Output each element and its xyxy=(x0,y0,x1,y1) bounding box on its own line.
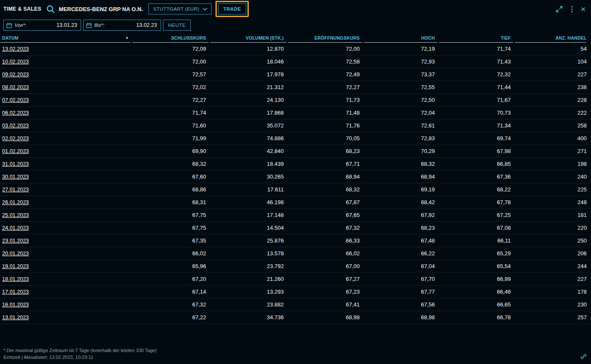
table-row: 03.02.2023 71,60 35.072 71,76 72,61 71,3… xyxy=(0,119,591,132)
date-link[interactable]: 20.01.2023 xyxy=(2,251,29,257)
cell-eroeffnungskurs: 67,27 xyxy=(288,276,364,282)
date-link[interactable]: 18.01.2023 xyxy=(2,276,29,282)
kebab-menu-icon[interactable]: ⋮ xyxy=(567,6,576,13)
cell-schlusskurs: 67,14 xyxy=(132,289,210,295)
cell-volumen: 17.978 xyxy=(210,71,288,78)
column-header-schlusskurs[interactable]: SCHLUSSKURS xyxy=(132,32,210,43)
cell-volumen: 18.439 xyxy=(210,161,288,167)
date-link[interactable]: 09.02.2023 xyxy=(2,72,29,78)
cell-volumen: 14.504 xyxy=(210,225,288,231)
column-header-volumen[interactable]: VOLUMEN (STK.) xyxy=(210,32,288,43)
link-chain-icon[interactable] xyxy=(580,353,587,360)
exchange-select-value: STUTTGART (EUR) xyxy=(153,6,199,12)
date-link[interactable]: 13.01.2023 xyxy=(2,315,29,321)
column-header-label: DATUM xyxy=(2,35,18,40)
cell-volumen: 13.578 xyxy=(210,250,288,257)
date-link[interactable]: 30.01.2023 xyxy=(2,174,29,180)
table-row: 06.02.2023 71,74 17.868 71,48 72,04 70,7… xyxy=(0,107,591,119)
exchange-select[interactable]: STUTTGART (EUR) xyxy=(148,3,212,14)
cell-schlusskurs: 69,90 xyxy=(132,148,210,154)
date-link[interactable]: 26.01.2023 xyxy=(2,199,29,205)
cell-volumen: 34.736 xyxy=(210,314,288,321)
table-row: 13.01.2023 67,22 34.736 68,98 68,98 66,7… xyxy=(0,311,591,324)
cell-tief: 66,99 xyxy=(439,276,515,282)
table-body: 13.02.2023 72,09 12.870 72,00 72,19 71,7… xyxy=(0,43,591,324)
column-header-anz-handel[interactable]: ANZ. HANDEL xyxy=(515,32,591,43)
date-link[interactable]: 17.01.2023 xyxy=(2,289,29,295)
date-link[interactable]: 08.02.2023 xyxy=(2,84,29,90)
cell-hoch: 68,94 xyxy=(364,173,439,180)
cell-hoch: 72,61 xyxy=(364,122,439,129)
cell-volumen: 12.870 xyxy=(210,46,288,52)
cell-hoch: 68,23 xyxy=(364,225,439,231)
bis-value[interactable]: 13.02.23 xyxy=(107,22,157,28)
date-link[interactable]: 16.01.2023 xyxy=(2,302,29,308)
cell-schlusskurs: 67,60 xyxy=(132,173,210,180)
bis-date-field[interactable]: Bis*: 13.02.23 xyxy=(83,20,161,31)
date-link[interactable]: 10.02.2023 xyxy=(2,59,29,65)
cell-schlusskurs: 71,74 xyxy=(132,110,210,116)
cell-schlusskurs: 67,75 xyxy=(132,212,210,218)
date-link[interactable]: 27.01.2023 xyxy=(2,187,29,193)
sort-indicator-icon[interactable]: ▾ xyxy=(126,36,128,40)
date-link[interactable]: 01.02.2023 xyxy=(2,148,29,154)
search-icon[interactable] xyxy=(46,5,55,14)
cell-tief: 65,54 xyxy=(439,263,515,269)
cell-volumen: 30.265 xyxy=(210,173,288,180)
cell-schlusskurs: 67,75 xyxy=(132,225,210,231)
date-link[interactable]: 31.01.2023 xyxy=(2,161,29,167)
cell-anz-handel: 248 xyxy=(515,199,591,205)
table-row: 17.01.2023 67,14 13.293 67,23 67,77 66,4… xyxy=(0,286,591,298)
table-row: 10.02.2023 72,00 18.046 72,58 72,93 71,4… xyxy=(0,55,591,68)
cell-hoch: 68,42 xyxy=(364,199,439,205)
instrument-name[interactable]: MERCEDES-BENZ GRP NA O.N. xyxy=(59,6,143,12)
cell-schlusskurs: 66,02 xyxy=(132,250,210,257)
close-icon[interactable]: ✕ xyxy=(580,6,586,12)
date-link[interactable]: 24.01.2023 xyxy=(2,225,29,231)
cell-volumen: 21.312 xyxy=(210,84,288,90)
date-link[interactable]: 03.02.2023 xyxy=(2,123,29,129)
date-link[interactable]: 23.01.2023 xyxy=(2,238,29,244)
cell-hoch: 72,83 xyxy=(364,135,439,142)
cell-eroeffnungskurs: 67,87 xyxy=(288,199,364,205)
column-header-hoch[interactable]: HOCH xyxy=(364,32,439,43)
cell-anz-handel: 240 xyxy=(515,173,591,180)
cell-tief: 68,22 xyxy=(439,186,515,193)
cell-tief: 67,08 xyxy=(439,225,515,231)
cell-volumen: 74.886 xyxy=(210,135,288,142)
cell-anz-handel: 400 xyxy=(515,135,591,142)
cell-schlusskurs: 72,57 xyxy=(132,71,210,78)
footer: * Der maximal gültige Zeitraum ist 7 Tag… xyxy=(3,347,157,361)
date-link[interactable]: 13.02.2023 xyxy=(2,46,29,52)
von-date-field[interactable]: Von*: 13.01.23 xyxy=(3,20,81,31)
date-link[interactable]: 06.02.2023 xyxy=(2,110,29,116)
column-header-eroeffnungskurs[interactable]: ERÖFFNUNGSKURS xyxy=(288,32,364,43)
cell-schlusskurs: 67,22 xyxy=(132,314,210,321)
cell-hoch: 73,37 xyxy=(364,71,439,78)
cell-tief: 67,98 xyxy=(439,148,515,154)
von-value[interactable]: 13.01.23 xyxy=(29,22,77,28)
date-link[interactable]: 07.02.2023 xyxy=(2,97,29,103)
cell-schlusskurs: 65,96 xyxy=(132,263,210,269)
cell-anz-handel: 222 xyxy=(515,110,591,116)
trade-button[interactable]: TRADE xyxy=(218,3,246,14)
date-link[interactable]: 02.02.2023 xyxy=(2,136,29,142)
cell-anz-handel: 228 xyxy=(515,97,591,103)
column-header-datum[interactable]: DATUM ▾ xyxy=(0,32,132,43)
cell-eroeffnungskurs: 68,98 xyxy=(288,314,364,321)
cell-schlusskurs: 68,31 xyxy=(132,199,210,205)
cell-volumen: 35.072 xyxy=(210,122,288,129)
cell-hoch: 67,92 xyxy=(364,212,439,218)
cell-tief: 66,78 xyxy=(439,314,515,321)
calendar-icon xyxy=(6,23,12,28)
column-header-tief[interactable]: TIEF xyxy=(439,32,515,43)
date-link[interactable]: 25.01.2023 xyxy=(2,212,29,218)
expand-icon[interactable] xyxy=(556,6,563,13)
heute-button[interactable]: HEUTE xyxy=(163,20,191,31)
date-link[interactable]: 19.01.2023 xyxy=(2,263,29,269)
table-row: 08.02.2023 72,02 21.312 72,27 72,55 71,4… xyxy=(0,81,591,94)
cell-schlusskurs: 67,20 xyxy=(132,276,210,282)
cell-volumen: 17.148 xyxy=(210,212,288,218)
cell-tief: 66,85 xyxy=(439,161,515,167)
cell-hoch: 66,22 xyxy=(364,250,439,257)
